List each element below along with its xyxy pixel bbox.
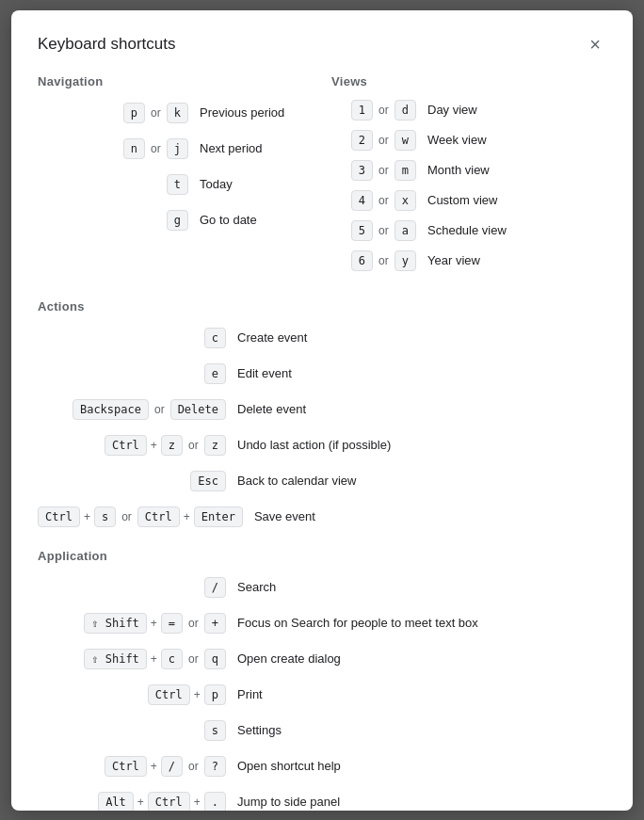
- key-shift: ⇧ Shift: [84, 613, 147, 634]
- plus-label: +: [194, 796, 201, 809]
- key-w: w: [394, 130, 416, 151]
- application-title: Application: [38, 549, 606, 563]
- shortcut-desc: Create event: [237, 330, 307, 345]
- shortcut-desc: Delete event: [237, 402, 306, 416]
- shortcut-keys: ⇧ Shift + = or +: [38, 613, 226, 634]
- shortcut-row: g Go to date: [38, 207, 313, 233]
- key-3: 3: [351, 160, 373, 181]
- key-q: q: [204, 649, 226, 669]
- shortcut-row: 2 or w Week view: [331, 130, 606, 151]
- plus-label: +: [194, 688, 201, 701]
- key-c: c: [161, 649, 183, 669]
- shortcut-row: n or j Next period: [38, 136, 313, 162]
- key-ctrl: Ctrl: [148, 684, 190, 705]
- key-plus: +: [204, 613, 226, 634]
- shortcut-keys: e: [38, 363, 226, 384]
- shortcut-row: s Settings: [38, 717, 606, 744]
- shortcut-row: Ctrl + / or ? Open shortcut help: [38, 753, 606, 780]
- or-label: or: [151, 142, 161, 155]
- or-label: or: [154, 403, 165, 416]
- key-p: p: [123, 103, 145, 123]
- key-g: g: [167, 210, 188, 231]
- key-shift: ⇧ Shift: [84, 649, 147, 669]
- shortcut-desc: Save event: [254, 509, 315, 523]
- shortcut-row: c Create event: [38, 325, 606, 351]
- key-s: s: [94, 506, 116, 527]
- shortcut-row: 6 or y Year view: [331, 250, 606, 271]
- close-button[interactable]: ×: [584, 33, 606, 56]
- shortcut-desc: Go to date: [200, 213, 257, 227]
- key-equals: =: [161, 613, 183, 634]
- key-y: y: [394, 250, 416, 271]
- or-label: or: [188, 617, 199, 630]
- shortcut-keys: Ctrl + p: [38, 684, 226, 705]
- key-e: e: [204, 363, 226, 384]
- shortcut-desc: Settings: [237, 723, 282, 737]
- plus-label: +: [151, 652, 157, 666]
- or-label: or: [378, 194, 389, 207]
- key-esc: Esc: [190, 471, 226, 491]
- key-alt: Alt: [98, 792, 134, 811]
- key-4: 4: [351, 190, 373, 211]
- views-title: Views: [331, 74, 606, 88]
- shortcut-keys: /: [38, 577, 226, 598]
- shortcut-row: ⇧ Shift + = or + Focus on Search for peo…: [38, 610, 606, 636]
- key-2: 2: [351, 130, 373, 151]
- key-p: p: [204, 684, 226, 705]
- shortcut-row: e Edit event: [38, 361, 606, 387]
- key-6: 6: [351, 250, 373, 271]
- shortcut-keys: 1 or d: [331, 100, 416, 121]
- or-label: or: [188, 760, 199, 773]
- or-label: or: [378, 254, 389, 267]
- key-x: x: [394, 190, 416, 211]
- key-s: s: [204, 720, 226, 741]
- key-backspace: Backspace: [72, 399, 149, 420]
- or-label: or: [188, 439, 199, 452]
- keyboard-shortcuts-modal: Keyboard shortcuts × Navigation p or k P…: [11, 10, 633, 811]
- key-ctrl2: Ctrl: [137, 506, 180, 527]
- shortcut-row: 5 or a Schedule view: [331, 220, 606, 241]
- or-label: or: [188, 652, 199, 666]
- key-n: n: [123, 138, 145, 159]
- shortcut-keys: Ctrl + z or z: [38, 435, 226, 456]
- plus-label: +: [184, 510, 190, 523]
- shortcut-keys: 3 or m: [331, 160, 416, 181]
- shortcut-desc: Today: [200, 177, 233, 191]
- or-label: or: [151, 106, 161, 120]
- or-label: or: [378, 164, 389, 177]
- shortcut-row: Alt + Ctrl + . Jump to side panel: [38, 789, 606, 811]
- shortcut-row: / Search: [38, 574, 606, 601]
- shortcut-row: 3 or m Month view: [331, 160, 606, 181]
- actions-title: Actions: [38, 299, 606, 314]
- shortcut-row: 1 or d Day view: [331, 100, 606, 121]
- shortcut-keys: Esc: [38, 471, 226, 491]
- shortcut-desc: Month view: [427, 163, 490, 177]
- key-z2: z: [204, 435, 226, 456]
- shortcut-row: Backspace or Delete Delete event: [38, 396, 606, 423]
- shortcut-desc: Day view: [427, 103, 477, 117]
- key-ctrl: Ctrl: [148, 792, 190, 811]
- key-m: m: [394, 160, 416, 181]
- key-slash: /: [161, 756, 183, 777]
- shortcut-desc: Year view: [427, 253, 480, 267]
- shortcut-desc: Jump to side panel: [237, 795, 340, 809]
- key-ctrl: Ctrl: [105, 435, 147, 456]
- top-sections: Navigation p or k Previous period n or j…: [38, 74, 606, 281]
- shortcut-keys: 2 or w: [331, 130, 416, 151]
- shortcut-keys: n or j: [38, 138, 188, 159]
- shortcut-keys: ⇧ Shift + c or q: [38, 649, 226, 669]
- key-j: j: [167, 138, 188, 159]
- key-period: .: [204, 792, 226, 811]
- key-ctrl: Ctrl: [105, 756, 147, 777]
- key-1: 1: [351, 100, 373, 121]
- actions-section: Actions c Create event e Edit event Back…: [38, 299, 606, 530]
- shortcut-desc: Custom view: [427, 193, 497, 207]
- modal-header: Keyboard shortcuts ×: [38, 33, 606, 56]
- shortcut-row: Ctrl + s or Ctrl + Enter Save event: [38, 504, 606, 530]
- application-section: Application / Search ⇧ Shift + = or + Fo…: [38, 549, 606, 811]
- navigation-title: Navigation: [38, 74, 313, 88]
- shortcut-desc: Undo last action (if possible): [237, 438, 391, 452]
- shortcut-keys: Ctrl + / or ?: [38, 756, 226, 777]
- shortcut-desc: Focus on Search for people to meet text …: [237, 616, 478, 630]
- shortcut-keys: 6 or y: [331, 250, 416, 271]
